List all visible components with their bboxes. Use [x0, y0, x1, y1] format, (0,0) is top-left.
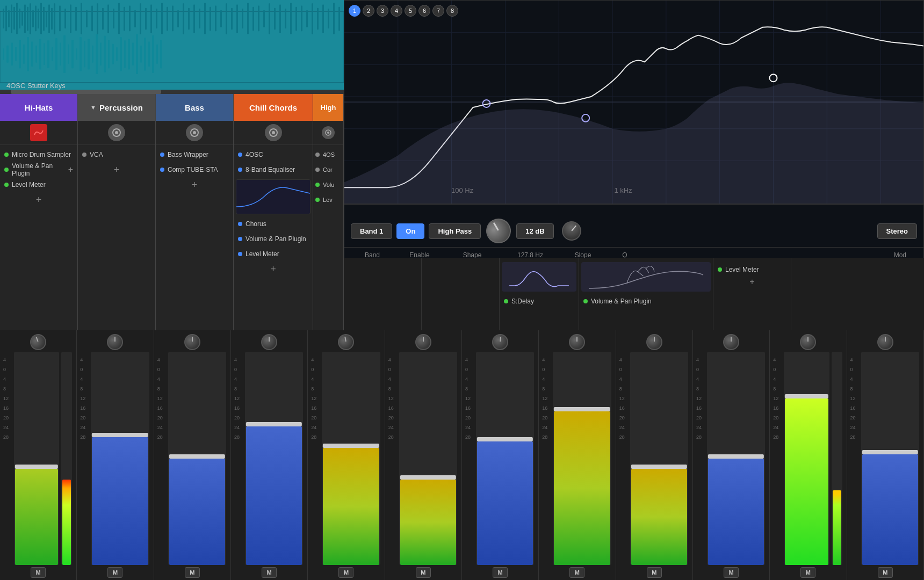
mute-btn-7[interactable]: M — [493, 567, 508, 578]
plugin-item[interactable]: Lev — [313, 192, 343, 207]
eq-preview[interactable] — [236, 179, 311, 214]
track-header-chillchords[interactable]: Chill Chords — [234, 94, 313, 121]
eq-band-6[interactable]: 6 — [418, 5, 430, 17]
plugin-item[interactable]: Bass Wrapper — [156, 147, 233, 162]
eq-band-7[interactable]: 7 — [432, 5, 444, 17]
plugin-item[interactable]: 4OS — [313, 147, 343, 162]
ch-knob-10[interactable] — [723, 334, 739, 350]
ch-knob-6[interactable] — [415, 334, 431, 350]
fader-thumb-2[interactable] — [92, 433, 148, 437]
waveform-scrollbar-thumb[interactable] — [11, 90, 161, 94]
plugin-item[interactable]: Level Meter — [716, 262, 789, 277]
fader-thumb-1[interactable] — [15, 465, 58, 469]
fader-track-10[interactable] — [707, 352, 765, 565]
mute-btn-9[interactable]: M — [647, 567, 662, 578]
plugin-item[interactable]: 8-Band Equaliser — [234, 162, 313, 177]
fader-track-7[interactable] — [476, 352, 534, 565]
fader-thumb-8[interactable] — [554, 407, 610, 411]
ch-knob-9[interactable] — [646, 334, 662, 350]
fader-track-11[interactable] — [784, 352, 829, 565]
plugin-item[interactable]: Volume & Pan Plugin + — [0, 162, 77, 177]
track-icon-bass[interactable] — [186, 124, 203, 141]
q-knob[interactable] — [558, 218, 585, 245]
fader-track-12[interactable] — [861, 352, 919, 565]
fader-thumb-12[interactable] — [862, 450, 918, 454]
track-icon-high[interactable] — [322, 126, 335, 139]
fader-track-9[interactable] — [630, 352, 688, 565]
mute-btn-11[interactable]: M — [800, 567, 815, 578]
ch-knob-7[interactable] — [492, 334, 509, 351]
add-plugin-btn[interactable]: + — [234, 262, 313, 277]
stereo-button[interactable]: Stereo — [877, 223, 917, 239]
add-icon[interactable]: + — [68, 165, 73, 175]
track-header-percussion[interactable]: ▼ Percussion — [78, 94, 155, 121]
ch-knob-2[interactable] — [107, 334, 123, 350]
mute-btn-2[interactable]: M — [107, 567, 122, 578]
mute-btn-12[interactable]: M — [878, 567, 893, 578]
ch-knob-12[interactable] — [877, 334, 893, 350]
ch-knob-3[interactable] — [184, 334, 200, 350]
fader-track-2[interactable] — [91, 352, 149, 565]
add-plugin-btn[interactable]: + — [78, 162, 155, 177]
fader-track-8[interactable] — [553, 352, 611, 565]
fader-thumb-3[interactable] — [169, 454, 225, 459]
plugin-item[interactable]: Comp TUBE-STA — [156, 162, 233, 177]
fader-track-6[interactable] — [399, 352, 457, 565]
eq-band-5[interactable]: 5 — [405, 5, 416, 17]
plugin-item[interactable]: Volume & Pan Plugin — [234, 231, 313, 247]
waveform-scrollbar[interactable] — [0, 90, 344, 94]
mute-btn-8[interactable]: M — [569, 567, 584, 578]
mute-btn-4[interactable]: M — [262, 567, 277, 578]
ch-knob-11[interactable] — [800, 334, 816, 350]
plugin-item[interactable]: 4OSC — [234, 147, 313, 162]
plugin-item[interactable]: Micro Drum Sampler — [0, 147, 77, 162]
plugin-item[interactable]: Level Meter — [0, 177, 77, 192]
band-button[interactable]: Band 1 — [351, 223, 392, 239]
track-header-high[interactable]: High — [313, 94, 343, 121]
add-plugin-btn[interactable]: + — [156, 177, 233, 192]
plugin-item[interactable]: VCA — [78, 147, 155, 162]
plugin-item[interactable]: Volu — [313, 177, 343, 192]
eq-band-3[interactable]: 3 — [377, 5, 388, 17]
plugin-item[interactable]: Chorus — [234, 216, 313, 231]
ch-knob-4[interactable] — [261, 334, 277, 350]
fader-thumb-7[interactable] — [477, 437, 533, 441]
track-header-bass[interactable]: Bass — [156, 94, 233, 121]
add-plugin-btn[interactable]: + — [716, 277, 789, 287]
freq-knob[interactable] — [482, 214, 516, 248]
track-header-hihats[interactable]: Hi-Hats — [0, 94, 77, 121]
plugin-item[interactable]: Level Meter — [234, 247, 313, 262]
ch-knob-8[interactable] — [569, 334, 585, 350]
eq-band-2[interactable]: 2 — [363, 5, 374, 17]
eq-band-8[interactable]: 8 — [446, 5, 458, 17]
slope-button[interactable]: 12 dB — [516, 223, 553, 239]
fader-track-1[interactable] — [14, 352, 59, 565]
fader-thumb-4[interactable] — [246, 422, 302, 426]
plugin-item[interactable]: Cor — [313, 162, 343, 177]
track-icon-percussion[interactable] — [108, 124, 125, 141]
ch-knob-5[interactable] — [337, 333, 356, 352]
sdelay-plugin[interactable] — [502, 262, 576, 292]
fader-track-1b[interactable] — [61, 352, 72, 565]
fader-thumb-9[interactable] — [631, 465, 687, 469]
fader-thumb-5[interactable] — [323, 444, 379, 448]
track-icon-chillchords[interactable] — [265, 124, 282, 141]
ch-knob-1[interactable] — [28, 332, 48, 352]
fader-track-4[interactable] — [245, 352, 303, 565]
mute-btn-3[interactable]: M — [185, 567, 200, 578]
fader-track-5[interactable] — [322, 352, 380, 565]
volpan-plugin[interactable] — [581, 262, 711, 292]
add-plugin-btn[interactable]: + — [0, 192, 77, 207]
shape-button[interactable]: High Pass — [429, 223, 481, 239]
fader-thumb-11[interactable] — [785, 394, 828, 398]
fader-track-11b[interactable] — [832, 352, 842, 565]
enable-button[interactable]: On — [396, 223, 424, 239]
mute-btn-10[interactable]: M — [724, 567, 739, 578]
eq-band-1[interactable]: 1 — [349, 5, 360, 17]
mute-btn-5[interactable]: M — [338, 567, 353, 578]
fader-thumb-6[interactable] — [400, 475, 456, 480]
mute-btn-1[interactable]: M — [31, 567, 46, 578]
plugin-item[interactable]: Volume & Pan Plugin — [581, 294, 711, 309]
plugin-item[interactable]: S:Delay — [502, 294, 576, 309]
mute-btn-6[interactable]: M — [416, 567, 431, 578]
